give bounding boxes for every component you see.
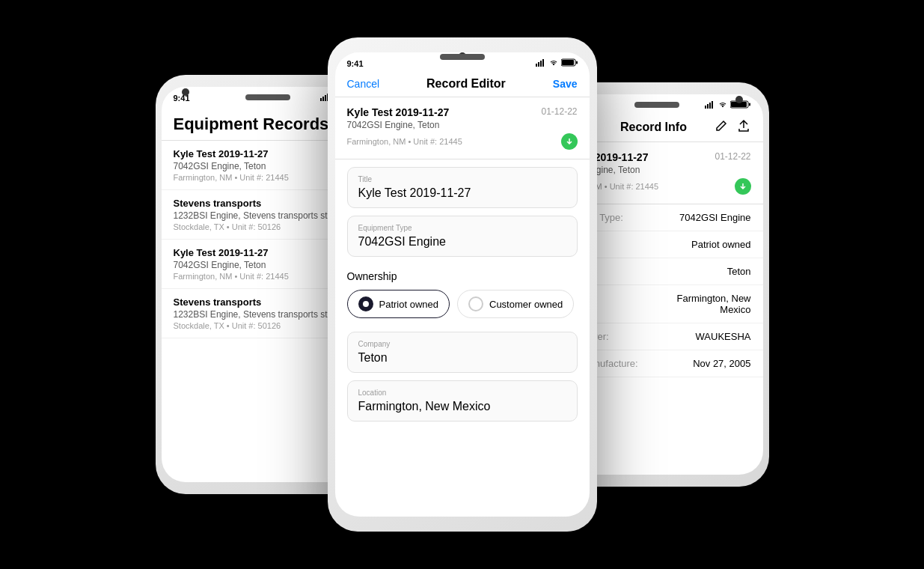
info-value: Nov 27, 2005 xyxy=(657,358,751,369)
customer-radio xyxy=(468,296,483,311)
cancel-button[interactable]: Cancel xyxy=(347,78,380,90)
left-camera xyxy=(182,88,189,96)
summary-name: Kyle Test 2019-11-27 xyxy=(347,106,450,118)
svg-rect-13 xyxy=(576,61,578,64)
svg-rect-14 xyxy=(705,106,706,109)
patriot-radio xyxy=(358,296,373,311)
list-title: Equipment Records xyxy=(174,115,329,134)
center-speaker xyxy=(440,54,485,60)
svg-rect-9 xyxy=(540,61,542,67)
right-nav-title: Record Info xyxy=(620,121,687,134)
patriot-owned-option[interactable]: Patriot owned xyxy=(347,290,450,318)
center-nav: Cancel Record Editor Save xyxy=(335,71,590,97)
edit-icon[interactable] xyxy=(715,119,728,136)
share-icon[interactable] xyxy=(737,119,750,136)
info-value: Patriot owned xyxy=(657,239,751,250)
customer-owned-option[interactable]: Customer owned xyxy=(457,290,574,318)
right-download-badge xyxy=(735,178,751,195)
svg-rect-7 xyxy=(536,64,537,67)
info-value: WAUKESHA xyxy=(657,331,751,342)
equipment-type-value: 7042GSI Engine xyxy=(358,235,566,249)
battery-icon xyxy=(561,58,578,68)
patriot-label: Patriot owned xyxy=(379,299,439,310)
svg-rect-20 xyxy=(749,103,750,106)
signal-icon xyxy=(536,59,546,68)
nav-title: Record Editor xyxy=(426,77,506,91)
item-name: Kyle Test 2019-11-27 xyxy=(174,247,269,258)
svg-rect-17 xyxy=(712,101,713,109)
location-value: Farmington, New Mexico xyxy=(358,400,566,413)
phones-container: 9:41 xyxy=(156,30,769,539)
title-value: Kyle Test 2019-11-27 xyxy=(358,186,566,200)
summary-subtitle: 7042GSI Engine, Teton xyxy=(347,120,578,130)
svg-rect-10 xyxy=(542,59,544,67)
item-name: Stevens transports xyxy=(174,296,262,308)
company-field[interactable]: Company Teton xyxy=(347,332,578,373)
svg-rect-8 xyxy=(538,62,539,67)
item-name: Stevens transports xyxy=(174,198,262,209)
svg-rect-12 xyxy=(562,60,574,65)
ownership-title: Ownership xyxy=(347,270,578,282)
equipment-type-label: Equipment Type xyxy=(358,224,566,232)
summary-location: Farmington, NM • Unit #: 21445 xyxy=(347,137,462,146)
title-field[interactable]: Title Kyle Test 2019-11-27 xyxy=(347,167,578,208)
wifi-icon xyxy=(549,59,558,68)
info-value: 7042GSI Engine xyxy=(657,212,751,223)
info-value: Teton xyxy=(657,266,751,277)
ownership-section: Ownership Patriot owned Customer owned xyxy=(335,264,590,324)
right-status-icons xyxy=(705,100,751,110)
right-camera xyxy=(735,96,743,103)
location-field[interactable]: Location Farmington, New Mexico xyxy=(347,380,578,422)
wifi-icon xyxy=(718,101,727,110)
center-time: 9:41 xyxy=(347,59,364,68)
svg-rect-16 xyxy=(709,103,711,109)
location-label: Location xyxy=(358,389,566,397)
signal-icon xyxy=(705,101,715,110)
company-label: Company xyxy=(358,340,566,348)
phone-center: 9:41 xyxy=(328,37,597,532)
right-nav-icons xyxy=(715,119,750,136)
svg-rect-2 xyxy=(325,95,326,101)
summary-date: 01-12-22 xyxy=(541,106,577,118)
left-speaker xyxy=(245,94,290,100)
right-speaker xyxy=(634,102,679,108)
save-button[interactable]: Save xyxy=(553,78,578,90)
svg-rect-1 xyxy=(322,97,324,101)
company-value: Teton xyxy=(358,351,566,365)
equipment-type-field[interactable]: Equipment Type 7042GSI Engine xyxy=(347,216,578,257)
info-value: Farmington, New Mexico xyxy=(657,293,751,315)
right-summary-date: 01-12-22 xyxy=(715,151,750,163)
svg-rect-15 xyxy=(707,104,709,109)
download-badge xyxy=(561,133,578,150)
title-label: Title xyxy=(358,175,566,183)
record-summary: Kyle Test 2019-11-27 01-12-22 7042GSI En… xyxy=(335,97,590,159)
item-name: Kyle Test 2019-11-27 xyxy=(174,148,269,159)
center-status-icons xyxy=(536,58,578,68)
ownership-options: Patriot owned Customer owned xyxy=(347,290,578,318)
svg-rect-0 xyxy=(320,98,322,101)
center-phone-screen: 9:41 xyxy=(335,52,590,517)
customer-label: Customer owned xyxy=(489,299,563,310)
